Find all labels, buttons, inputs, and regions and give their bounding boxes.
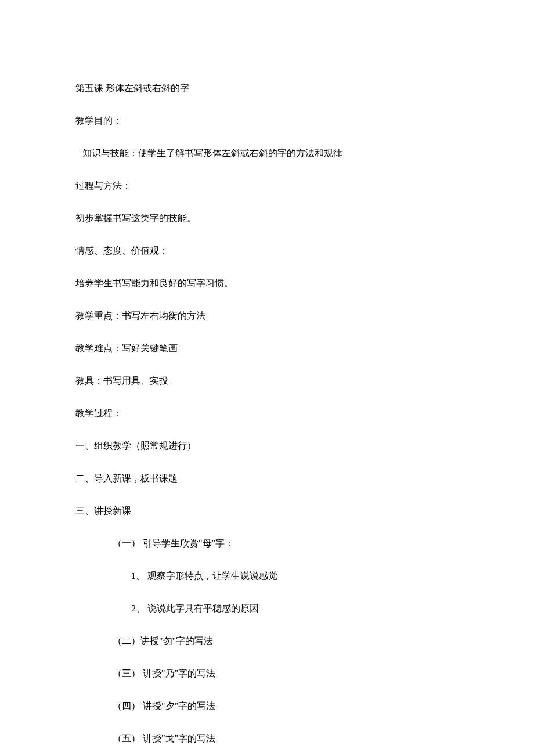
lesson5-process-method-text: 初步掌握书写这类字的技能。	[75, 210, 459, 226]
lesson5-step1: 一、组织教学（照常规进行）	[75, 438, 459, 454]
lesson5-step3-4: （四） 讲授"夕"字的写法	[75, 698, 459, 714]
lesson5-attitude-text: 培养学生书写能力和良好的写字习惯。	[75, 275, 459, 291]
lesson5-step3-2: （二）讲授"勿"字的写法	[75, 633, 459, 649]
lesson5-step3-1-2: 2、 说说此字具有平稳感的原因	[75, 600, 459, 617]
lesson5-objective-label: 教学目的：	[75, 113, 459, 129]
lesson5-title: 第五课 形体左斜或右斜的字	[75, 80, 459, 96]
lesson5-difficulty: 教学难点：写好关键笔画	[75, 340, 459, 357]
lesson5-knowledge-skill: 知识与技能：使学生了解书写形体左斜或右斜的字的方法和规律	[75, 145, 459, 161]
lesson5-step3-1: （一） 引导学生欣赏"母"字：	[75, 535, 459, 552]
document-content: 第五课 形体左斜或右斜的字 教学目的： 知识与技能：使学生了解书写形体左斜或右斜…	[75, 64, 459, 756]
lesson5-step2: 二、导入新课，板书课题	[75, 470, 459, 487]
lesson5-focus: 教学重点：书写左右均衡的方法	[75, 308, 459, 324]
lesson5-process-method-label: 过程与方法：	[75, 178, 459, 194]
lesson5-step3-3: （三） 讲授"乃"字的写法	[75, 665, 459, 682]
lesson5-step3-5: （五） 讲授"戈"字的写法	[75, 730, 459, 747]
lesson5-attitude-label: 情感、态度、价值观：	[75, 243, 459, 259]
lesson5-tools: 教具：书写用具、实投	[75, 373, 459, 389]
lesson5-step3-1-1: 1、 观察字形特点，让学生说说感觉	[75, 568, 459, 584]
lesson5-process-label: 教学过程：	[75, 405, 459, 422]
lesson5-step3: 三、讲授新课	[75, 503, 459, 519]
